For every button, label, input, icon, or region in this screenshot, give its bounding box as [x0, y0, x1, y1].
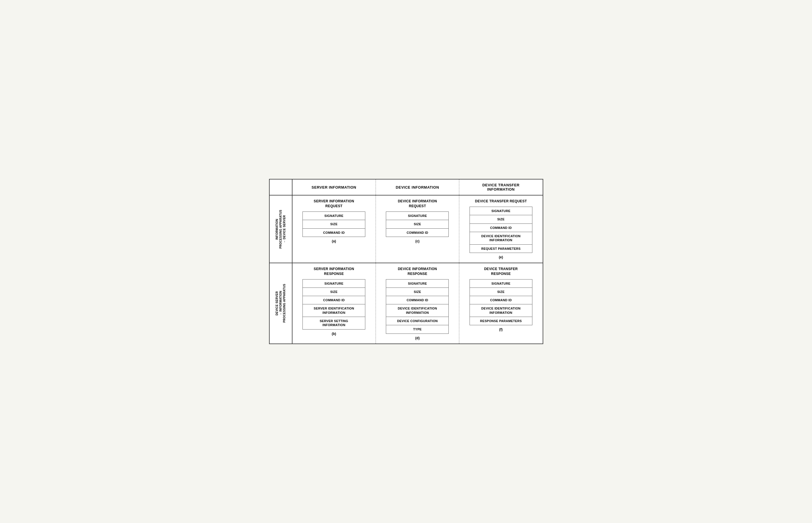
field-d-6: TYPE	[386, 325, 448, 333]
cell-a-title: SERVER INFORMATION REQUEST	[314, 199, 354, 209]
field-a-2: SIZE	[303, 220, 365, 228]
cell-e: DEVICE TRANSFER REQUEST SIGNATURE SIZE C…	[459, 196, 542, 263]
field-c-2: SIZE	[386, 220, 448, 228]
cell-f-label: (f)	[499, 327, 503, 331]
diagram-container: SERVER INFORMATION DEVICE INFORMATION DE…	[269, 179, 543, 344]
row-label-2-text: DEVICE SERVER→ INFORMATIONPROCESSING APP…	[275, 284, 286, 323]
cell-f-title: DEVICE TRANSFER RESPONSE	[484, 267, 518, 276]
cell-b: SERVER INFORMATION RESPONSE SIGNATURE SI…	[292, 263, 376, 344]
cell-b-title: SERVER INFORMATION RESPONSE	[314, 267, 354, 276]
cell-f: DEVICE TRANSFER RESPONSE SIGNATURE SIZE …	[459, 263, 542, 344]
content-row-2: DEVICE SERVER→ INFORMATIONPROCESSING APP…	[270, 263, 543, 344]
packet-d: SIGNATURE SIZE COMMAND ID DEVICE IDENTIF…	[386, 279, 449, 334]
packet-b: SIGNATURE SIZE COMMAND ID SERVER IDENTIF…	[302, 279, 365, 329]
row-label-1-text: INFORMATIONPROCESSING APPARATUS→ DEVICE …	[275, 210, 286, 249]
field-e-3: COMMAND ID	[470, 224, 532, 232]
cell-c-label: (c)	[415, 239, 419, 243]
header-row: SERVER INFORMATION DEVICE INFORMATION DE…	[270, 179, 543, 196]
header-col1: SERVER INFORMATION	[292, 179, 376, 195]
field-f-2: SIZE	[470, 288, 532, 296]
field-b-5: SERVER SETTING INFORMATION	[303, 317, 365, 329]
packet-e: SIGNATURE SIZE COMMAND ID DEVICE IDENTIF…	[470, 206, 532, 253]
field-d-2: SIZE	[386, 288, 448, 296]
field-d-4: DEVICE IDENTIFICATION INFORMATION	[386, 304, 448, 317]
header-corner	[270, 179, 292, 195]
field-d-1: SIGNATURE	[386, 279, 448, 288]
field-b-3: COMMAND ID	[303, 296, 365, 304]
cell-e-label: (e)	[499, 255, 503, 259]
packet-a: SIGNATURE SIZE COMMAND ID	[302, 212, 365, 237]
field-f-5: RESPONSE PARAMETERS	[470, 317, 532, 325]
field-a-1: SIGNATURE	[303, 212, 365, 220]
field-b-1: SIGNATURE	[303, 279, 365, 288]
field-e-1: SIGNATURE	[470, 207, 532, 215]
cell-d-label: (d)	[415, 336, 419, 340]
field-c-1: SIGNATURE	[386, 212, 448, 220]
content-row-1: INFORMATIONPROCESSING APPARATUS→ DEVICE …	[270, 196, 543, 263]
cell-d: DEVICE INFORMATION RESPONSE SIGNATURE SI…	[376, 263, 459, 344]
field-d-5: DEVICE CONFIGURATION	[386, 317, 448, 325]
cell-c: DEVICE INFORMATION REQUEST SIGNATURE SIZ…	[376, 196, 459, 263]
cell-a-label: (a)	[332, 239, 336, 243]
field-b-4: SERVER IDENTIFICATION INFORMATION	[303, 304, 365, 317]
field-a-3: COMMAND ID	[303, 229, 365, 237]
cell-d-title: DEVICE INFORMATION RESPONSE	[398, 267, 437, 276]
field-d-3: COMMAND ID	[386, 296, 448, 304]
cell-a: SERVER INFORMATION REQUEST SIGNATURE SIZ…	[292, 196, 376, 263]
row-label-2: DEVICE SERVER→ INFORMATIONPROCESSING APP…	[270, 263, 292, 344]
packet-c: SIGNATURE SIZE COMMAND ID	[386, 212, 449, 237]
field-f-1: SIGNATURE	[470, 279, 532, 288]
field-c-3: COMMAND ID	[386, 229, 448, 237]
packet-f: SIGNATURE SIZE COMMAND ID DEVICE IDENTIF…	[470, 279, 532, 326]
field-e-4: DEVICE IDENTIFICATION INFORMATION	[470, 232, 532, 245]
row-label-1: INFORMATIONPROCESSING APPARATUS→ DEVICE …	[270, 196, 292, 263]
header-col3: DEVICE TRANSFER INFORMATION	[459, 179, 542, 195]
field-b-2: SIZE	[303, 288, 365, 296]
field-e-5: REQUEST PARAMETERS	[470, 245, 532, 253]
cell-e-title: DEVICE TRANSFER REQUEST	[475, 199, 527, 204]
cell-b-label: (b)	[332, 332, 336, 336]
header-col2: DEVICE INFORMATION	[376, 179, 459, 195]
field-f-4: DEVICE IDENTIFICATION INFORMATION	[470, 304, 532, 317]
cell-c-title: DEVICE INFORMATION REQUEST	[398, 199, 437, 209]
field-f-3: COMMAND ID	[470, 296, 532, 304]
field-e-2: SIZE	[470, 215, 532, 223]
